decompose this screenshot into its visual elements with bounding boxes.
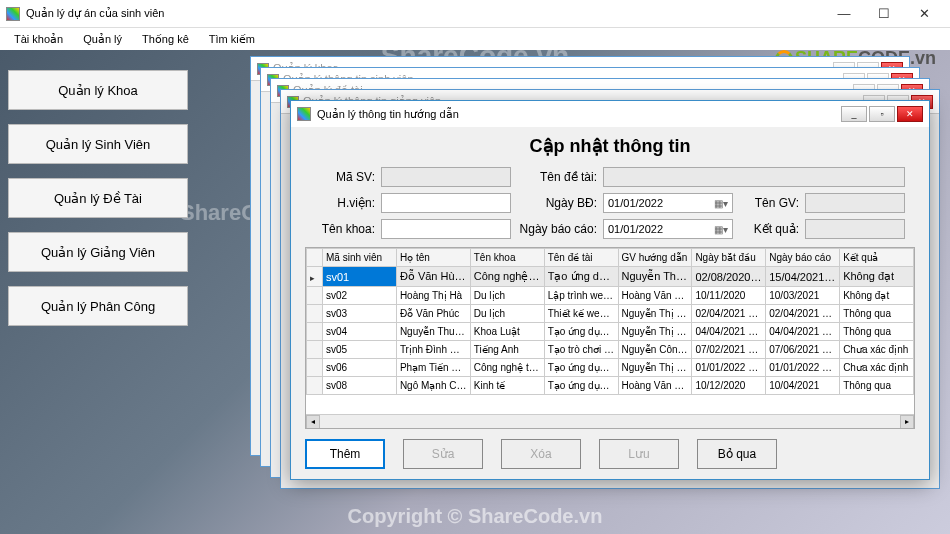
col-header[interactable]: Tên khoa [470, 249, 544, 267]
table-row[interactable]: sv01Đỗ Văn HùngCông nghệ thông...Tạo ứng… [307, 267, 914, 287]
table-cell[interactable]: 02/08/2020 3:37... [692, 267, 766, 287]
table-cell[interactable]: sv01 [323, 267, 397, 287]
sidebar-btn-giangvien[interactable]: Quản lý Giảng Viên [8, 232, 188, 272]
table-row[interactable]: sv06Phạm Tiến ĐạtCông nghệ thông...Tạo ứ… [307, 359, 914, 377]
maximize-button[interactable]: ☐ [864, 4, 904, 24]
input-tenkhoa[interactable] [381, 219, 511, 239]
horizontal-scrollbar[interactable]: ◂ ▸ [306, 414, 914, 428]
table-cell[interactable]: Du lịch [470, 287, 544, 305]
table-cell[interactable]: sv04 [323, 323, 397, 341]
table-row[interactable]: sv03Đỗ Văn PhúcDu lịchThiết kế website .… [307, 305, 914, 323]
table-cell[interactable]: 01/01/2022 4:48... [766, 359, 840, 377]
them-button[interactable]: Thêm [305, 439, 385, 469]
col-header[interactable]: Họ tên [396, 249, 470, 267]
table-cell[interactable]: Tạo trò chơi bắn ... [544, 341, 618, 359]
data-grid[interactable]: Mã sinh viênHọ tênTên khoaTên đề tàiGV h… [305, 247, 915, 429]
sidebar-btn-phancong[interactable]: Quản lý Phân Công [8, 286, 188, 326]
table-cell[interactable]: 02/04/2021 2:51... [692, 305, 766, 323]
table-cell[interactable]: Thông qua [840, 305, 914, 323]
table-cell[interactable]: 02/04/2021 2:51... [766, 305, 840, 323]
sidebar-btn-sinhvien[interactable]: Quản lý Sinh Viên [8, 124, 188, 164]
table-cell[interactable]: Nguyễn Thu Hoa [396, 323, 470, 341]
col-header[interactable] [307, 249, 323, 267]
table-row[interactable]: sv04Nguyễn Thu HoaKhoa LuậtTạo ứng dụng … [307, 323, 914, 341]
table-cell[interactable]: 10/11/2020 [692, 287, 766, 305]
sidebar-btn-khoa[interactable]: Quản lý Khoa [8, 70, 188, 110]
col-header[interactable]: Mã sinh viên [323, 249, 397, 267]
table-cell[interactable]: 04/04/2021 8:33... [692, 323, 766, 341]
table-cell[interactable]: Đỗ Văn Phúc [396, 305, 470, 323]
table-cell[interactable]: Hoàng Văn Huy [618, 377, 692, 395]
table-cell[interactable]: Tạo ứng dụng N... [544, 359, 618, 377]
dlg-maximize-button[interactable]: ▫ [869, 106, 895, 122]
table-cell[interactable]: Lập trình website ... [544, 287, 618, 305]
col-header[interactable]: Kết quả [840, 249, 914, 267]
table-cell[interactable]: Đỗ Văn Hùng [396, 267, 470, 287]
input-ngaybc[interactable]: 01/01/2022▦▾ [603, 219, 733, 239]
scroll-right-icon[interactable]: ▸ [900, 415, 914, 429]
table-cell[interactable]: sv05 [323, 341, 397, 359]
col-header[interactable]: Tên đề tài [544, 249, 618, 267]
col-header[interactable]: GV hướng dẫn [618, 249, 692, 267]
input-tendt[interactable] [603, 167, 905, 187]
table-cell[interactable]: Công nghệ thông... [470, 359, 544, 377]
table-cell[interactable]: Nguyễn Công Huy [618, 341, 692, 359]
table-cell[interactable]: Du lịch [470, 305, 544, 323]
table-cell[interactable]: 15/04/2021 3:37... [766, 267, 840, 287]
menu-timkiem[interactable]: Tìm kiếm [199, 31, 265, 48]
table-cell[interactable]: sv08 [323, 377, 397, 395]
input-ngaybd[interactable]: 01/01/2022▦▾ [603, 193, 733, 213]
table-cell[interactable]: Tạo ứng dụng N... [544, 267, 618, 287]
table-cell[interactable]: Tạo ứng dụng N... [544, 323, 618, 341]
table-cell[interactable]: Nguyễn Thị Dung [618, 323, 692, 341]
table-cell[interactable]: 01/01/2022 4:48... [692, 359, 766, 377]
table-cell[interactable]: Nguyễn Thị Dung [618, 359, 692, 377]
table-cell[interactable]: Thông qua [840, 323, 914, 341]
table-cell[interactable]: 07/02/2021 2:08... [692, 341, 766, 359]
table-row[interactable]: sv02Hoàng Thị HàDu lịchLập trình website… [307, 287, 914, 305]
menu-thongke[interactable]: Thống kê [132, 31, 199, 48]
table-cell[interactable]: Nguyễn Thị Dung [618, 305, 692, 323]
minimize-button[interactable]: — [824, 4, 864, 24]
table-cell[interactable]: 07/06/2021 2:08... [766, 341, 840, 359]
sua-button[interactable]: Sửa [403, 439, 483, 469]
table-cell[interactable]: 10/12/2020 [692, 377, 766, 395]
table-row[interactable]: sv05Trịnh Đình HoàngTiếng AnhTạo trò chơ… [307, 341, 914, 359]
luu-button[interactable]: Lưu [599, 439, 679, 469]
table-cell[interactable]: Tiếng Anh [470, 341, 544, 359]
table-cell[interactable]: 10/03/2021 [766, 287, 840, 305]
table-cell[interactable]: 10/04/2021 [766, 377, 840, 395]
xoa-button[interactable]: Xóa [501, 439, 581, 469]
boqua-button[interactable]: Bỏ qua [697, 439, 777, 469]
calendar-icon[interactable]: ▦▾ [714, 224, 728, 235]
col-header[interactable]: Ngày bắt đầu [692, 249, 766, 267]
table-cell[interactable]: Tạo ứng dụng bá... [544, 377, 618, 395]
input-tengv[interactable] [805, 193, 905, 213]
table-row[interactable]: sv08Ngô Mạnh CườngKinh tếTạo ứng dụng bá… [307, 377, 914, 395]
table-cell[interactable]: Chưa xác định [840, 341, 914, 359]
table-cell[interactable]: Nguyễn Thị Dung [618, 267, 692, 287]
input-hvien[interactable] [381, 193, 511, 213]
table-cell[interactable]: Hoàng Thị Hà [396, 287, 470, 305]
table-cell[interactable]: sv02 [323, 287, 397, 305]
sidebar-btn-detai[interactable]: Quản lý Đề Tài [8, 178, 188, 218]
close-button[interactable]: ✕ [904, 4, 944, 24]
table-cell[interactable]: Khoa Luật [470, 323, 544, 341]
table-cell[interactable]: Công nghệ thông... [470, 267, 544, 287]
table-cell[interactable]: Hoàng Văn Huy [618, 287, 692, 305]
table-cell[interactable]: Thông qua [840, 377, 914, 395]
dlg-close-button[interactable]: ✕ [897, 106, 923, 122]
scroll-left-icon[interactable]: ◂ [306, 415, 320, 429]
table-cell[interactable]: Không đạt [840, 267, 914, 287]
dlg-minimize-button[interactable]: _ [841, 106, 867, 122]
table-cell[interactable]: Thiết kế website ... [544, 305, 618, 323]
calendar-icon[interactable]: ▦▾ [714, 198, 728, 209]
menu-quanly[interactable]: Quản lý [73, 31, 132, 48]
table-cell[interactable]: sv03 [323, 305, 397, 323]
table-cell[interactable]: sv06 [323, 359, 397, 377]
table-cell[interactable]: Ngô Mạnh Cường [396, 377, 470, 395]
table-cell[interactable]: 04/04/2021 8:33... [766, 323, 840, 341]
input-ketqua[interactable] [805, 219, 905, 239]
table-cell[interactable]: Không đạt [840, 287, 914, 305]
table-cell[interactable]: Kinh tế [470, 377, 544, 395]
